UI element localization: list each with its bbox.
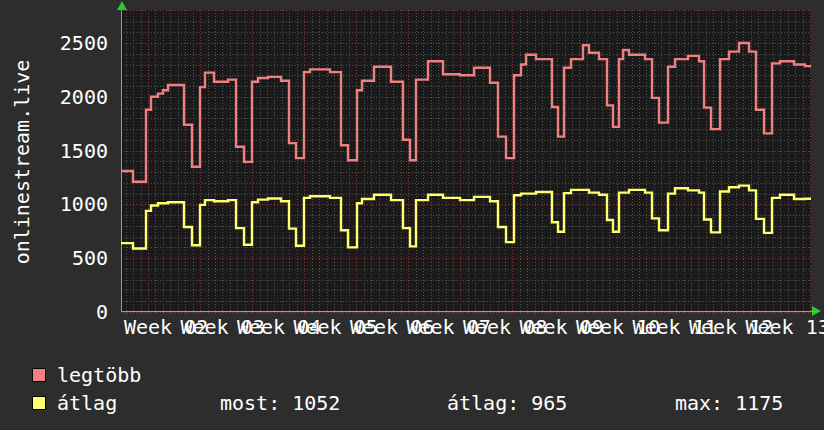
y-tick-2500: 2500: [0, 33, 108, 53]
y-tick-1000: 1000: [0, 194, 108, 214]
series-max-line: [121, 43, 811, 182]
y-axis-arrow-icon: [117, 1, 127, 10]
y-tick-500: 500: [0, 248, 108, 268]
y-tick-1500: 1500: [0, 141, 108, 161]
stat-most: most: 1052: [220, 393, 340, 413]
legend-label-avg: átlag: [57, 393, 117, 413]
y-tick-0: 0: [0, 302, 108, 322]
y-tick-2000: 2000: [0, 87, 108, 107]
legend-label-max: legtöbb: [57, 365, 141, 385]
chart-plot-area: [121, 10, 811, 312]
legend-swatch-max: [32, 368, 46, 382]
series-avg-line: [121, 186, 811, 249]
y-axis-title: onlinestream.live: [11, 47, 35, 277]
chart-svg: [121, 10, 811, 312]
stat-max: max: 1175: [675, 393, 783, 413]
x-tick-13: Week 13: [746, 316, 824, 338]
legend-swatch-avg: [32, 396, 46, 410]
stat-atlag: átlag: 965: [447, 393, 567, 413]
